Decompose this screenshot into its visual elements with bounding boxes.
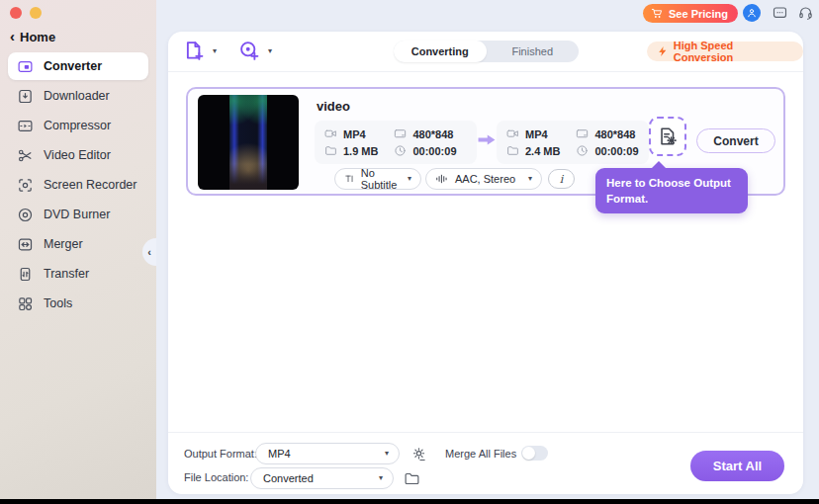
sidebar-item-transfer[interactable]: Transfer — [8, 259, 148, 289]
close-window-button[interactable] — [10, 7, 22, 19]
person-icon — [746, 7, 758, 19]
toggle-knob — [522, 447, 535, 460]
chevron-down-icon: ▾ — [408, 175, 411, 183]
merge-all-files-label: Merge All Files — [445, 448, 516, 460]
start-all-button[interactable]: Start All — [690, 451, 784, 481]
sidebar-item-downloader[interactable]: Downloader — [8, 81, 148, 111]
chevron-down-icon: ▾ — [528, 175, 532, 183]
audio-value: AAC, Stereo — [455, 173, 515, 185]
sidebar-item-label: Merger — [44, 237, 83, 251]
video-title: video — [317, 99, 350, 114]
home-label: Home — [20, 30, 55, 44]
file-location-value: Converted — [263, 472, 314, 484]
conversion-arrow-icon — [477, 132, 497, 147]
source-format: MP4 — [343, 128, 366, 140]
format-profile-icon — [657, 126, 679, 147]
add-file-icon — [183, 40, 206, 62]
waveform-icon — [435, 172, 449, 186]
output-format-value: MP4 — [268, 448, 291, 460]
sidebar-item-converter[interactable]: Converter — [8, 52, 148, 80]
converter-toolbar: ▾ ▾ Converting Finished High Speed Conve… — [168, 32, 803, 71]
output-size: 2.4 MB — [525, 145, 560, 157]
cart-icon — [651, 7, 664, 20]
gear-icon — [410, 446, 427, 462]
compressor-icon — [17, 118, 34, 134]
chevron-down-icon: ▾ — [379, 474, 383, 482]
bottom-black-bar — [0, 499, 819, 504]
add-from-device-button[interactable] — [238, 40, 261, 62]
duration-icon — [394, 144, 407, 157]
back-chevron-icon: ‹ — [10, 29, 15, 43]
window-controls — [10, 7, 42, 19]
file-size-icon — [324, 144, 337, 157]
high-speed-conversion-button[interactable]: High Speed Conversion — [647, 42, 803, 61]
source-size: 1.9 MB — [343, 145, 378, 157]
merge-icon — [17, 236, 34, 253]
transfer-icon — [17, 266, 34, 283]
subtitle-value: No Subtitle — [361, 167, 402, 191]
tab-converting[interactable]: Converting — [394, 41, 487, 62]
output-format-dropdown[interactable]: MP4 ▾ — [255, 443, 400, 464]
sidebar-nav: Converter Downloader Compressor Video Ed… — [8, 51, 148, 318]
home-back-link[interactable]: ‹ Home — [10, 30, 55, 44]
merge-all-files-toggle[interactable] — [521, 446, 548, 461]
chevron-down-icon: ▾ — [385, 450, 389, 458]
sidebar-item-dvd-burner[interactable]: DVD Burner — [8, 200, 148, 229]
toolbar-divider — [168, 71, 803, 72]
main-panel: ▾ ▾ Converting Finished High Speed Conve… — [168, 32, 803, 494]
resolution-icon — [576, 127, 589, 140]
converter-icon — [17, 58, 34, 75]
video-thumbnail — [198, 95, 299, 190]
tab-finished[interactable]: Finished — [487, 41, 580, 62]
file-location-dropdown[interactable]: Converted ▾ — [250, 467, 394, 489]
see-pricing-label: See Pricing — [669, 8, 728, 20]
disc-icon — [17, 207, 34, 223]
output-format: MP4 — [525, 128, 548, 140]
output-duration: 00:00:09 — [594, 145, 638, 157]
sidebar-item-merger[interactable]: Merger — [8, 229, 148, 259]
convert-button[interactable]: Convert — [696, 128, 775, 153]
user-account-button[interactable] — [743, 4, 761, 22]
source-info-box: MP4 1.9 MB 480*848 00:00:09 — [315, 121, 477, 164]
chevron-down-icon[interactable]: ▾ — [268, 47, 272, 55]
lightning-bolt-icon — [657, 44, 669, 58]
sidebar-item-compressor[interactable]: Compressor — [8, 111, 148, 140]
subtitle-dropdown[interactable]: No Subtitle ▾ — [334, 168, 421, 190]
media-info-button[interactable]: i — [548, 169, 575, 189]
folder-icon — [404, 470, 420, 487]
choose-output-format-button[interactable] — [649, 117, 686, 156]
subtitle-icon — [344, 172, 355, 186]
high-speed-label: High Speed Conversion — [674, 40, 793, 63]
footer-divider — [168, 432, 803, 433]
source-duration: 00:00:09 — [412, 145, 456, 157]
output-settings-button[interactable] — [410, 446, 427, 462]
headset-icon — [797, 5, 814, 21]
scissors-icon — [17, 147, 34, 164]
chat-icon — [772, 5, 788, 21]
sidebar-item-label: Video Editor — [44, 148, 111, 162]
chevron-down-icon[interactable]: ▾ — [213, 47, 217, 55]
sidebar-item-label: DVD Burner — [44, 208, 110, 221]
sidebar-item-video-editor[interactable]: Video Editor — [8, 140, 148, 170]
sidebar-item-tools[interactable]: Tools — [8, 289, 148, 318]
support-button[interactable] — [797, 5, 814, 21]
sidebar-item-label: Compressor — [44, 119, 111, 132]
feedback-button[interactable] — [772, 5, 788, 21]
audio-track-dropdown[interactable]: AAC, Stereo ▾ — [425, 168, 542, 190]
output-format-label: Output Format: — [184, 448, 257, 460]
sidebar-item-screen-recorder[interactable]: Screen Recorder — [8, 170, 148, 200]
video-format-icon — [324, 127, 337, 140]
screen-recorder-icon — [17, 177, 34, 194]
source-resolution: 480*848 — [412, 128, 453, 140]
sidebar-item-label: Transfer — [44, 267, 89, 281]
add-file-button[interactable] — [183, 40, 206, 62]
collapse-chevron-icon: ‹ — [147, 246, 151, 258]
sidebar-item-label: Downloader — [44, 89, 110, 103]
open-folder-button[interactable] — [404, 470, 420, 487]
tools-grid-icon — [17, 295, 34, 312]
minimize-window-button[interactable] — [30, 7, 42, 19]
downloader-icon — [17, 88, 34, 105]
see-pricing-button[interactable]: See Pricing — [643, 4, 738, 23]
add-disc-icon — [238, 40, 261, 62]
output-info-box: MP4 2.4 MB 480*848 00:00:09 — [497, 121, 649, 164]
